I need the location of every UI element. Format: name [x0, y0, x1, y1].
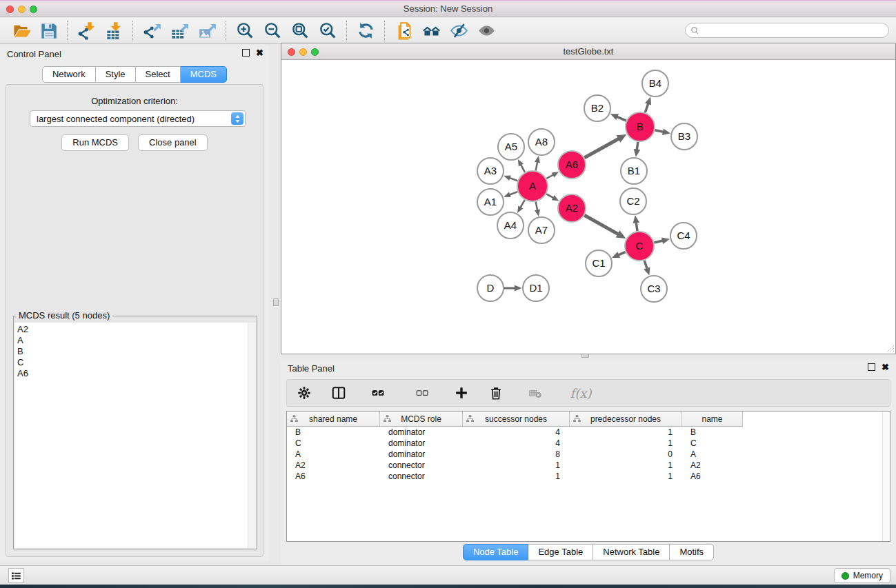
export-network-button[interactable] — [138, 21, 166, 41]
select-all-button[interactable] — [364, 384, 392, 402]
table-cell[interactable]: 1 — [570, 460, 682, 471]
delete-row-button[interactable] — [487, 384, 505, 402]
table-cell[interactable]: dominator — [380, 427, 463, 438]
add-row-button[interactable] — [452, 384, 470, 402]
graph-edge-A-A8[interactable] — [536, 161, 538, 171]
graph-node-B1[interactable]: B1 — [621, 158, 647, 184]
tab-edge-table[interactable]: Edge Table — [528, 544, 593, 560]
result-scrollbar[interactable] — [248, 323, 256, 548]
table-cell[interactable]: A2 — [287, 460, 380, 471]
show-eye-button[interactable] — [472, 21, 500, 41]
graph-node-C2[interactable]: C2 — [620, 188, 646, 214]
tab-motifs[interactable]: Motifs — [670, 544, 714, 560]
vertical-splitter-grip[interactable] — [273, 298, 279, 306]
table-row[interactable]: Adominator80A — [287, 449, 890, 460]
search-input[interactable] — [699, 24, 888, 37]
network-window-titlebar[interactable]: testGlobe.txt — [281, 43, 895, 60]
table-cell[interactable]: 0 — [570, 449, 682, 460]
deselect-all-button[interactable] — [408, 384, 436, 402]
graph-edge-C-C2[interactable] — [636, 222, 637, 232]
table-cell[interactable]: 4 — [463, 438, 570, 449]
graph-node-C4[interactable]: C4 — [670, 223, 697, 249]
tab-network-table[interactable]: Network Table — [593, 544, 670, 560]
zoom-fit-button[interactable] — [286, 21, 314, 41]
result-item[interactable]: B — [17, 346, 256, 357]
table-cell[interactable]: A6 — [682, 471, 743, 482]
graph-node-B3[interactable]: B3 — [671, 123, 697, 150]
tab-network[interactable]: Network — [42, 66, 96, 83]
graph-edge-C-C4[interactable] — [654, 241, 664, 243]
table-cell[interactable]: 1 — [463, 471, 570, 482]
graph-edge-C-C3[interactable] — [644, 261, 647, 270]
window-resize-grip[interactable] — [885, 343, 895, 353]
table-cell[interactable]: dominator — [380, 449, 463, 460]
column-header-successor-nodes[interactable]: successor nodes — [463, 412, 570, 427]
graph-node-A4[interactable]: A4 — [497, 212, 524, 239]
table-settings-button[interactable] — [295, 384, 313, 402]
graph-node-A7[interactable]: A7 — [528, 217, 555, 243]
window-titlebar[interactable]: Session: New Session — [0, 0, 896, 17]
graph-node-C1[interactable]: C1 — [586, 250, 612, 276]
float-table-panel-button[interactable] — [868, 363, 875, 371]
table-cell[interactable]: 1 — [570, 438, 682, 449]
graph-edge-A-A3[interactable] — [509, 178, 518, 181]
criterion-select[interactable]: largest connected component (directed) — [30, 110, 246, 127]
close-table-panel-button[interactable]: ✖ — [882, 363, 889, 371]
column-header-predecessor-nodes[interactable]: predecessor nodes — [570, 412, 682, 427]
table-cell[interactable]: 8 — [463, 449, 570, 460]
graph-edge-A-A5[interactable] — [521, 164, 526, 172]
graph-edge-A-A7[interactable] — [536, 202, 538, 212]
table-row[interactable]: A6connector11A6 — [287, 471, 890, 482]
node-table[interactable]: shared nameMCDS rolesuccessor nodesprede… — [286, 411, 890, 542]
mcds-result-list[interactable]: A2ABCA6 — [14, 323, 256, 548]
graph-node-A6[interactable]: A6 — [558, 151, 586, 179]
graph-node-B2[interactable]: B2 — [584, 95, 610, 121]
graph-edge-A2-C[interactable] — [584, 215, 619, 234]
graph-edge-B-B3[interactable] — [655, 130, 664, 132]
result-item[interactable]: A — [17, 335, 256, 346]
run-mcds-button[interactable]: Run MCDS — [61, 134, 129, 151]
graph-edge-B-B4[interactable] — [645, 103, 648, 112]
graph-node-B[interactable]: B — [626, 112, 655, 141]
graph-node-A[interactable]: A — [517, 171, 548, 201]
graph-node-A3[interactable]: A3 — [477, 158, 504, 184]
save-session-button[interactable] — [34, 21, 62, 41]
table-cell[interactable]: 1 — [570, 471, 682, 482]
search-box[interactable] — [685, 23, 889, 38]
result-item[interactable]: C — [17, 357, 256, 368]
table-cell[interactable]: C — [287, 438, 380, 449]
task-history-button[interactable] — [8, 568, 24, 583]
hide-eye-button[interactable] — [445, 21, 472, 41]
table-cell[interactable]: A — [682, 449, 743, 460]
table-cell[interactable]: 1 — [463, 460, 570, 471]
table-cell[interactable]: connector — [380, 460, 463, 471]
memory-button[interactable]: Memory — [834, 568, 890, 583]
home-view-button[interactable] — [417, 21, 445, 41]
table-cell[interactable]: 4 — [463, 427, 570, 438]
import-network-button[interactable] — [72, 21, 100, 41]
table-cell[interactable]: connector — [380, 471, 463, 482]
table-cell[interactable]: 1 — [570, 427, 682, 438]
close-panel-button-2[interactable]: Close panel — [138, 134, 208, 151]
tab-mcds[interactable]: MCDS — [181, 66, 227, 83]
column-header-name[interactable]: name — [682, 412, 743, 427]
table-cell[interactable]: A2 — [682, 460, 743, 471]
network-canvas[interactable]: B4B2BB3A8A5A6A3B1AA1C2A2A4A7C4CC1C3DD1 — [281, 61, 895, 354]
graph-node-A2[interactable]: A2 — [558, 194, 586, 222]
table-cell[interactable]: B — [287, 427, 380, 438]
tab-style[interactable]: Style — [96, 66, 136, 83]
result-item[interactable]: A2 — [17, 324, 256, 335]
import-table-button[interactable] — [100, 21, 128, 41]
refresh-layout-button[interactable] — [352, 21, 379, 41]
new-session-button[interactable] — [390, 21, 417, 41]
table-cell[interactable]: dominator — [380, 438, 463, 449]
graph-node-A5[interactable]: A5 — [498, 134, 524, 160]
graph-node-C3[interactable]: C3 — [641, 276, 667, 302]
column-header-shared-name[interactable]: shared name — [287, 412, 380, 427]
graph-node-C[interactable]: C — [625, 232, 654, 261]
split-view-button[interactable] — [330, 384, 348, 402]
table-cell[interactable]: A6 — [287, 471, 380, 482]
graph-edge-A-A4[interactable] — [520, 200, 525, 208]
table-scrollbar[interactable] — [882, 412, 890, 541]
graph-node-D1[interactable]: D1 — [523, 275, 549, 301]
